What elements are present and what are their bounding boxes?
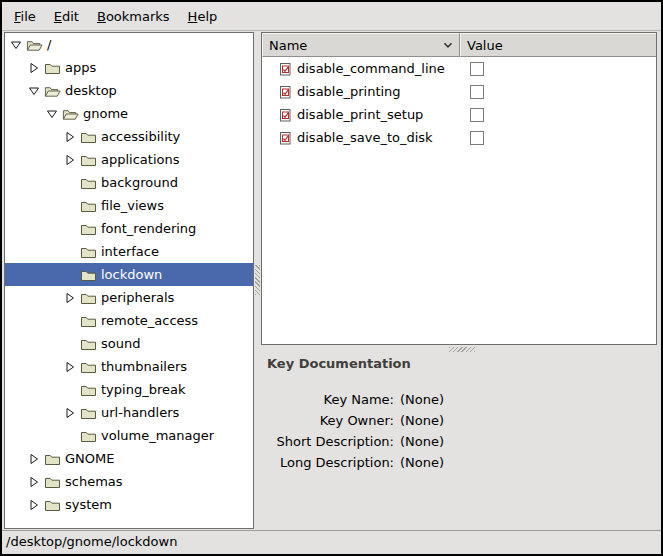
tree-item-desktop[interactable]: desktop xyxy=(5,79,253,102)
expander-expanded-icon[interactable] xyxy=(46,108,58,120)
folder-open-icon xyxy=(44,84,61,98)
expander-spacer xyxy=(64,315,76,327)
column-name-label: Name xyxy=(269,38,307,53)
tree-item-interface[interactable]: interface xyxy=(5,240,253,263)
sort-indicator-icon xyxy=(443,42,453,49)
tree-item-lockdown[interactable]: lockdown xyxy=(5,263,253,286)
key-icon xyxy=(278,131,292,145)
expander-expanded-icon[interactable] xyxy=(10,39,22,51)
status-bar: /desktop/gnome/lockdown xyxy=(2,530,661,554)
expander-collapsed-icon[interactable] xyxy=(64,154,76,166)
doc-row-key-owner: Key Owner: (None) xyxy=(261,410,657,431)
doc-row-short-description: Short Description: (None) xyxy=(261,431,657,452)
menu-help[interactable]: Help xyxy=(179,4,227,29)
folder-icon xyxy=(80,153,97,167)
expander-collapsed-icon[interactable] xyxy=(64,131,76,143)
menu-bookmarks-label: Bookmarks xyxy=(97,9,170,24)
tree-item-background[interactable]: background xyxy=(5,171,253,194)
folder-icon xyxy=(44,61,61,75)
column-value-label: Value xyxy=(467,38,503,53)
menu-help-label: Help xyxy=(188,9,218,24)
tree-item-label: sound xyxy=(101,336,140,351)
value-checkbox[interactable] xyxy=(470,62,484,76)
tree-item-label: applications xyxy=(101,152,179,167)
folder-icon xyxy=(80,222,97,236)
folder-icon xyxy=(80,130,97,144)
folder-icon xyxy=(80,199,97,213)
tree-item-remote_access[interactable]: remote_access xyxy=(5,309,253,332)
menu-bar: File Edit Bookmarks Help xyxy=(2,2,661,31)
tree-item-label: schemas xyxy=(65,474,123,489)
tree-item-volume_manager[interactable]: volume_manager xyxy=(5,424,253,447)
folder-icon xyxy=(44,498,61,512)
tree-item-url-handlers[interactable]: url-handlers xyxy=(5,401,253,424)
expander-collapsed-icon[interactable] xyxy=(28,62,40,74)
list-row-disable_printing[interactable]: disable_printing xyxy=(262,80,656,103)
tree-item-label: interface xyxy=(101,244,159,259)
value-checkbox[interactable] xyxy=(470,131,484,145)
menu-bookmarks[interactable]: Bookmarks xyxy=(88,4,179,29)
expander-spacer xyxy=(64,269,76,281)
tree-item-GNOME[interactable]: GNOME xyxy=(5,447,253,470)
tree-item-root[interactable]: / xyxy=(5,33,253,56)
tree-item-accessibility[interactable]: accessibility xyxy=(5,125,253,148)
tree-item-peripherals[interactable]: peripherals xyxy=(5,286,253,309)
tree-item-label: GNOME xyxy=(65,451,114,466)
doc-row-key-name: Key Name: (None) xyxy=(261,389,657,410)
key-list-pane: Name Value disable_command_line disable_… xyxy=(261,32,657,345)
column-header-value[interactable]: Value xyxy=(460,33,656,57)
tree-item-label: url-handlers xyxy=(101,405,179,420)
expander-collapsed-icon[interactable] xyxy=(28,476,40,488)
key-name-label: disable_command_line xyxy=(297,61,445,76)
expander-spacer xyxy=(64,430,76,442)
pane-resize-handle-horizontal[interactable] xyxy=(261,345,657,353)
doc-field-label: Long Description: xyxy=(261,452,394,473)
expander-collapsed-icon[interactable] xyxy=(64,407,76,419)
doc-field-value: (None) xyxy=(400,389,444,410)
tree-item-schemas[interactable]: schemas xyxy=(5,470,253,493)
tree-item-file_views[interactable]: file_views xyxy=(5,194,253,217)
expander-spacer xyxy=(64,338,76,350)
key-name-cell: disable_save_to_disk xyxy=(262,130,460,145)
tree-item-apps[interactable]: apps xyxy=(5,56,253,79)
expander-expanded-icon[interactable] xyxy=(28,85,40,97)
tree-item-applications[interactable]: applications xyxy=(5,148,253,171)
expander-spacer xyxy=(64,223,76,235)
tree-item-system[interactable]: system xyxy=(5,493,253,516)
folder-icon xyxy=(80,176,97,190)
expander-collapsed-icon[interactable] xyxy=(28,499,40,511)
folder-icon xyxy=(80,337,97,351)
key-name-label: disable_print_setup xyxy=(297,107,423,122)
tree-item-label: remote_access xyxy=(101,313,198,328)
expander-spacer xyxy=(64,246,76,258)
menu-edit-label: Edit xyxy=(54,9,79,24)
tree-item-label: system xyxy=(65,497,112,512)
value-checkbox[interactable] xyxy=(470,108,484,122)
menu-file[interactable]: File xyxy=(5,4,45,29)
key-name-label: disable_printing xyxy=(297,84,401,99)
menu-edit[interactable]: Edit xyxy=(45,4,88,29)
expander-collapsed-icon[interactable] xyxy=(64,292,76,304)
expander-collapsed-icon[interactable] xyxy=(64,361,76,373)
tree-item-sound[interactable]: sound xyxy=(5,332,253,355)
tree-item-font_rendering[interactable]: font_rendering xyxy=(5,217,253,240)
value-checkbox[interactable] xyxy=(470,85,484,99)
list-row-disable_command_line[interactable]: disable_command_line xyxy=(262,57,656,80)
list-row-disable_save_to_disk[interactable]: disable_save_to_disk xyxy=(262,126,656,149)
tree-item-typing_break[interactable]: typing_break xyxy=(5,378,253,401)
key-value-cell xyxy=(460,85,484,99)
expander-spacer xyxy=(64,200,76,212)
column-header-name[interactable]: Name xyxy=(262,33,460,57)
expander-collapsed-icon[interactable] xyxy=(28,453,40,465)
key-icon xyxy=(278,62,292,76)
list-row-disable_print_setup[interactable]: disable_print_setup xyxy=(262,103,656,126)
doc-field-value: (None) xyxy=(400,431,444,452)
tree-item-gnome[interactable]: gnome xyxy=(5,102,253,125)
key-documentation-title: Key Documentation xyxy=(267,356,411,371)
pane-resize-handle-vertical[interactable] xyxy=(254,32,261,529)
key-name-cell: disable_printing xyxy=(262,84,460,99)
expander-spacer xyxy=(64,177,76,189)
key-value-cell xyxy=(460,108,484,122)
tree-item-thumbnailers[interactable]: thumbnailers xyxy=(5,355,253,378)
tree-item-label: file_views xyxy=(101,198,164,213)
